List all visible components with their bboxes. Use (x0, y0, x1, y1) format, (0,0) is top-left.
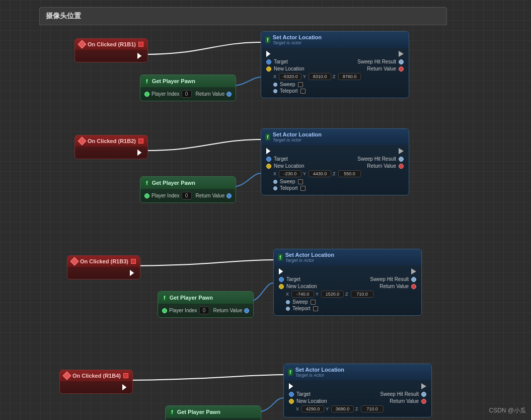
set-actor-func-icon-4: f (288, 369, 293, 376)
sa-retval-label-1: Return Value (367, 66, 396, 72)
on-clicked-header-4: On Clicked (R1B4) (60, 370, 132, 381)
watermark-text: CSDN @小瓜 (489, 407, 526, 414)
player-index-row-2: Player Index 0 (144, 192, 192, 199)
set-actor-func-icon-2: f (265, 133, 270, 141)
sa-sweep-row-2: Sweep (273, 179, 404, 184)
sa-y-value-4[interactable]: 3680.0 (331, 405, 354, 412)
set-actor-func-icon-3: f (278, 254, 283, 261)
get-pawn-body-4: Player Index 0 Return Value (166, 418, 261, 420)
sa-retval-label-2: Return Value (367, 163, 396, 169)
event-icon-4 (63, 372, 71, 380)
player-index-label-1: Player Index (151, 91, 180, 97)
get-pawn-node-2: f Get Player Pawn Player Index 0 Return … (140, 176, 236, 203)
sa-sweep-pin-1 (273, 83, 277, 87)
sa-retval-label-4: Return Value (390, 398, 419, 404)
player-index-pin-2 (144, 193, 149, 198)
sa-x-value-1[interactable]: -5320.0 (279, 73, 301, 80)
sa-teleport-row-1: Teleport (273, 88, 404, 94)
get-pawn-body-2: Player Index 0 Return Value (140, 189, 236, 202)
sa-retval-right-3: Return Value (380, 284, 416, 289)
sa-newloc-left-1: New Location (266, 66, 305, 72)
red-pin-2 (138, 138, 143, 144)
sa-exec-row-1 (266, 51, 404, 57)
return-value-row-3: Return Value (213, 308, 250, 313)
sa-target-pin-4 (289, 392, 294, 397)
sa-sweep-pin-3 (286, 300, 290, 304)
sa-exec-row-4 (289, 383, 426, 389)
sa-target-pin-3 (279, 277, 284, 282)
player-index-row-1: Player Index 0 (144, 90, 192, 98)
return-value-label-3: Return Value (213, 308, 243, 313)
on-clicked-header-2: On Clicked (R1B2) (75, 135, 147, 147)
sa-target-pin-2 (266, 157, 271, 162)
set-actor-label-3: Set Actor Location (285, 252, 334, 258)
sa-z-value-4[interactable]: 710.0 (361, 405, 384, 412)
sa-sweep-checkbox-1[interactable] (298, 82, 303, 87)
sa-y-value-3[interactable]: 1520.0 (321, 291, 344, 298)
sa-x-label-2: X (273, 171, 277, 176)
sa-y-value-2[interactable]: 4430.0 (309, 170, 331, 177)
sa-newloc-left-3: New Location (279, 284, 317, 289)
sa-y-label-3: Y (316, 292, 320, 297)
sa-newloc-label-4: New Location (296, 398, 327, 404)
sa-x-value-4[interactable]: 4290.0 (301, 405, 324, 412)
sa-x-value-3[interactable]: -740.0 (291, 291, 314, 298)
player-index-value-3[interactable]: 0 (199, 307, 209, 314)
sa-teleport-label-3: Teleport (292, 306, 311, 311)
sa-sweep-hit-right-1: Sweep Hit Result (357, 59, 404, 64)
sa-z-value-3[interactable]: 710.0 (351, 291, 373, 298)
sa-sweep-checkbox-2[interactable] (298, 179, 303, 184)
sa-teleport-row-3: Teleport (286, 306, 416, 311)
set-actor-title-group-4: Set Actor Location Target is Actor (295, 367, 344, 378)
sa-teleport-row-2: Teleport (273, 185, 404, 191)
set-actor-header-4: f Set Actor Location Target is Actor (284, 364, 431, 380)
sa-sweep-checkbox-3[interactable] (311, 300, 316, 305)
sa-sweep-hit-right-2: Sweep Hit Result (357, 156, 404, 162)
sa-teleport-pin-3 (286, 307, 290, 311)
sa-retval-pin-3 (411, 284, 416, 289)
sa-teleport-pin-2 (273, 186, 277, 190)
set-actor-func-icon-1: f (265, 36, 270, 43)
on-clicked-label-1: On Clicked (R1B1) (88, 41, 136, 47)
func-icon-2: f (144, 179, 149, 186)
set-actor-body-2: Target Sweep Hit Result New Location Ret… (261, 145, 409, 195)
get-pawn-node-1: f Get Player Pawn Player Index 0 Return … (140, 75, 236, 101)
return-value-pin-3 (244, 308, 249, 313)
sa-sweep-hit-right-4: Sweep Hit Result (380, 391, 426, 397)
get-pawn-label-2: Get Player Pawn (152, 180, 195, 186)
set-actor-sublabel-2: Target is Actor (273, 137, 322, 143)
sa-z-value-1[interactable]: 8760.0 (338, 73, 361, 80)
player-index-value-1[interactable]: 0 (182, 90, 192, 98)
player-index-label-2: Player Index (151, 193, 180, 198)
return-value-label-1: Return Value (196, 91, 225, 97)
sa-sweep-hit-pin-4 (421, 392, 426, 397)
set-actor-title-group-2: Set Actor Location Target is Actor (273, 131, 322, 143)
sa-sweep-hit-label-4: Sweep Hit Result (380, 391, 419, 397)
on-clicked-body-2 (75, 147, 147, 159)
on-clicked-body-3 (67, 267, 140, 279)
sa-retval-right-1: Return Value (367, 66, 404, 72)
sa-x-label-3: X (286, 292, 290, 297)
sa-retval-pin-2 (399, 164, 404, 169)
sa-retval-pin-4 (421, 399, 426, 404)
set-actor-header-2: f Set Actor Location Target is Actor (261, 129, 409, 145)
exec-out-pin-2 (137, 150, 143, 156)
sa-teleport-checkbox-1[interactable] (300, 89, 306, 94)
func-icon-1: f (144, 78, 149, 85)
sa-newloc-row-1: New Location Return Value (266, 66, 404, 72)
sa-z-value-2[interactable]: 550.0 (338, 170, 361, 177)
sa-teleport-checkbox-2[interactable] (300, 186, 306, 191)
sa-sweep-hit-label-2: Sweep Hit Result (357, 156, 396, 162)
sa-x-value-2[interactable]: -230.0 (279, 170, 301, 177)
sa-teleport-checkbox-3[interactable] (313, 306, 318, 311)
sa-xyz-row-1: X -5320.0 Y 8310.0 Z 8760.0 (273, 73, 404, 80)
sa-sweep-label-3: Sweep (292, 299, 308, 305)
sa-sweep-label-1: Sweep (280, 82, 295, 87)
sa-exec-out-4 (421, 383, 426, 389)
get-pawn-node-4: f Get Player Pawn Player Index 0 Return … (165, 405, 261, 420)
player-index-value-2[interactable]: 0 (182, 192, 192, 199)
sa-y-value-1[interactable]: 8310.0 (309, 73, 331, 80)
set-actor-sublabel-3: Target is Actor (285, 258, 334, 263)
sa-target-label-3: Target (286, 276, 300, 282)
sa-exec-out-1 (399, 51, 404, 57)
